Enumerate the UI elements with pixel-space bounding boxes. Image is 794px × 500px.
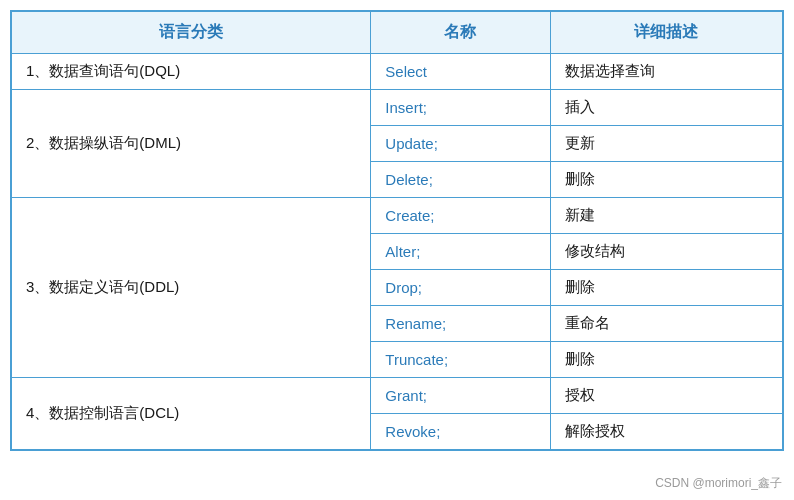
name-cell: Alter; xyxy=(371,234,550,270)
table-row: 2、数据操纵语句(DML)Insert;插入 xyxy=(12,90,783,126)
table-row: 1、数据查询语句(DQL)Select数据选择查询 xyxy=(12,54,783,90)
description-cell: 修改结构 xyxy=(550,234,782,270)
table-header-row: 语言分类 名称 详细描述 xyxy=(12,12,783,54)
name-cell: Update; xyxy=(371,126,550,162)
description-cell: 新建 xyxy=(550,198,782,234)
description-cell: 删除 xyxy=(550,270,782,306)
description-cell: 数据选择查询 xyxy=(550,54,782,90)
name-cell: Revoke; xyxy=(371,414,550,450)
sql-classification-table: 语言分类 名称 详细描述 1、数据查询语句(DQL)Select数据选择查询2、… xyxy=(11,11,783,450)
name-cell: Insert; xyxy=(371,90,550,126)
name-cell: Rename; xyxy=(371,306,550,342)
category-cell: 2、数据操纵语句(DML) xyxy=(12,90,371,198)
header-description: 详细描述 xyxy=(550,12,782,54)
description-cell: 插入 xyxy=(550,90,782,126)
category-cell: 1、数据查询语句(DQL) xyxy=(12,54,371,90)
name-cell: Create; xyxy=(371,198,550,234)
category-cell: 3、数据定义语句(DDL) xyxy=(12,198,371,378)
name-cell: Truncate; xyxy=(371,342,550,378)
description-cell: 删除 xyxy=(550,162,782,198)
description-cell: 删除 xyxy=(550,342,782,378)
name-cell: Delete; xyxy=(371,162,550,198)
name-cell: Select xyxy=(371,54,550,90)
table-row: 4、数据控制语言(DCL)Grant;授权 xyxy=(12,378,783,414)
name-cell: Grant; xyxy=(371,378,550,414)
description-cell: 授权 xyxy=(550,378,782,414)
header-name: 名称 xyxy=(371,12,550,54)
description-cell: 重命名 xyxy=(550,306,782,342)
table-row: 3、数据定义语句(DDL)Create;新建 xyxy=(12,198,783,234)
header-category: 语言分类 xyxy=(12,12,371,54)
description-cell: 解除授权 xyxy=(550,414,782,450)
main-table-container: 语言分类 名称 详细描述 1、数据查询语句(DQL)Select数据选择查询2、… xyxy=(10,10,784,451)
name-cell: Drop; xyxy=(371,270,550,306)
description-cell: 更新 xyxy=(550,126,782,162)
category-cell: 4、数据控制语言(DCL) xyxy=(12,378,371,450)
watermark-text: CSDN @morimori_鑫子 xyxy=(655,475,782,492)
